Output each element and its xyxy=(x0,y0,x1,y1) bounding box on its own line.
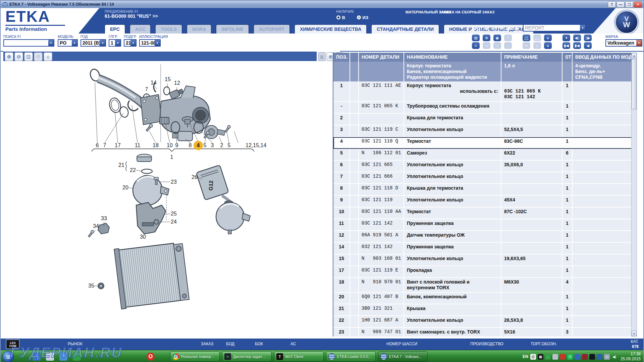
table-row-pos-9[interactable]: 903C 121 119Уплотнительное кольцо45X41 xyxy=(333,196,632,207)
chevron-down-icon[interactable]: ▼ xyxy=(48,40,54,46)
cart-button[interactable]: ⊎ xyxy=(544,42,552,49)
sub-group-select[interactable]: 21▼ xyxy=(124,39,137,47)
list-button[interactable]: ≡ xyxy=(472,42,480,49)
column-header-5[interactable]: ST xyxy=(562,53,573,62)
table-row-pos-17[interactable]: 1703C 121 119 EПрокладка1 xyxy=(333,266,632,278)
radio-icon[interactable] xyxy=(336,15,341,20)
table-row-pos-1[interactable]: 103C 121 111 AEКорпус термостатаиспользо… xyxy=(333,81,632,102)
tray-bell[interactable] xyxy=(552,354,558,360)
callout-5[interactable]: 5 xyxy=(204,142,207,148)
diagram-pane[interactable]: G12 714151267171118109845325 xyxy=(3,51,340,338)
callout-12[interactable]: 12 xyxy=(174,80,180,86)
zoom-area-button[interactable]: ⊡ xyxy=(24,52,33,61)
callout-26[interactable]: 26 xyxy=(192,174,198,180)
callout-34[interactable]: 34 xyxy=(93,223,99,229)
title-bar[interactable]: ETKA 7 - Volkswagen Ревизия 7.5 Обновлен… xyxy=(1,1,643,8)
column-header-6[interactable]: ВВОД ДАННЫХ ПО МОДЕЛИ xyxy=(573,53,632,62)
page-forward-button[interactable]: ▯▶ xyxy=(584,35,592,41)
tray-display[interactable]: ▭ xyxy=(604,354,610,360)
nav-first-button[interactable]: ▮◀ xyxy=(562,42,570,49)
chevron-down-icon[interactable]: ▼ xyxy=(580,25,585,31)
chevron-down-icon[interactable]: ▼ xyxy=(130,40,136,46)
restore-button[interactable]: ❐ xyxy=(625,1,633,8)
availability-option-ИЗ[interactable]: ИЗ xyxy=(357,14,368,20)
report-select[interactable]: REPORT▼ xyxy=(523,24,586,32)
callout-6[interactable]: 6 xyxy=(96,142,99,148)
chevron-down-icon[interactable]: ▼ xyxy=(72,40,77,46)
callout-2[interactable]: 2 xyxy=(220,142,223,148)
nav-back-button[interactable]: ◀ xyxy=(584,42,592,49)
callout-25[interactable]: 25 xyxy=(171,211,177,217)
callout-5[interactable]: 5 xyxy=(228,142,231,148)
main-group-select[interactable]: 1▼ xyxy=(109,39,121,47)
task-etka-loader[interactable]: ETKA Loader 0.5.0... xyxy=(326,351,376,362)
tray-opera[interactable]: O xyxy=(567,354,573,360)
table-row-pos-6[interactable]: 603C 121 665Уплотнительное кольцо35,0X6,… xyxy=(333,161,632,172)
chevron-down-icon[interactable]: ▼ xyxy=(100,40,105,46)
callout-18[interactable]: 18 xyxy=(153,142,159,148)
tray-red[interactable] xyxy=(560,354,566,360)
callout-7[interactable]: 7 xyxy=(103,142,106,148)
callout-35[interactable]: 35 xyxy=(88,283,94,289)
pin-button[interactable]: ✦ xyxy=(562,35,570,41)
chevron-down-icon[interactable]: ▼ xyxy=(155,40,160,46)
brand-select[interactable]: Volkswagen ▼ xyxy=(605,39,642,47)
callout-8[interactable]: 8 xyxy=(189,142,192,148)
search-parts-button[interactable]: ◉ xyxy=(493,35,501,41)
zoom-search-button[interactable]: ○ xyxy=(44,52,52,61)
callout-10[interactable]: 10 xyxy=(167,142,173,148)
tray-volume[interactable]: ◀) xyxy=(611,354,617,360)
availability-option-В[interactable]: В xyxy=(336,14,345,20)
callout-30[interactable]: 30 xyxy=(140,234,146,240)
column-header-1[interactable] xyxy=(350,53,359,62)
callout-15[interactable]: 15 xyxy=(165,76,171,82)
assistant-button[interactable]: ⊛ xyxy=(483,35,490,41)
zoom-out-button[interactable]: ⊖ xyxy=(14,52,23,61)
model-select[interactable]: PO▼ xyxy=(58,39,78,47)
callout-21[interactable]: 21 xyxy=(118,162,124,168)
table-row-pos-10[interactable]: 1003C 121 110 AAТермостат87C -102C1 xyxy=(333,207,632,219)
tray-mail[interactable]: @ xyxy=(530,354,536,360)
minimize-button[interactable]: — xyxy=(616,1,625,8)
table-row-pos-3[interactable]: 303C 121 119 CУплотнительное кольцо52,5X… xyxy=(333,125,632,137)
zoom-in-button[interactable]: ⊕ xyxy=(5,52,13,61)
callout-1[interactable]: 1 xyxy=(170,154,173,160)
tray-blue[interactable] xyxy=(597,354,602,360)
assembly-order-link[interactable]: ЗАЯВКА НА СБОРНЫЙ ЗАКАЗ xyxy=(439,10,494,14)
tray-shield[interactable] xyxy=(575,354,580,360)
task-etka7[interactable]: ETKA 7 - Volkswa... xyxy=(378,351,428,362)
column-header-0[interactable]: ПОЗ. xyxy=(333,53,350,62)
offer-value[interactable]: 61-BG000 001 "RUS" >> xyxy=(105,13,158,19)
table-row-pos-7[interactable]: 703C 121 666Уплотнительное кольцо1 xyxy=(333,172,632,184)
table-row-pos-23[interactable]: 23N 909 747 01Винт самонарез. с внутр. T… xyxy=(333,328,632,337)
callout-33[interactable]: 33 xyxy=(101,216,107,221)
tray-flag[interactable]: ▩ xyxy=(538,354,543,360)
nav-prev-button[interactable]: ▮◀ xyxy=(573,42,581,49)
column-header-4[interactable]: ПРИМЕЧАНИЕ xyxy=(501,53,562,62)
table-row-pos-21[interactable]: 213B0 121 321Крышка1 xyxy=(333,304,632,316)
tab-химические-вещества[interactable]: ХИМИЧЕСКИЕ ВЕЩЕСТВА xyxy=(294,24,367,34)
search-fi-select[interactable]: ▼ xyxy=(3,39,54,47)
language-indicator[interactable]: EN xyxy=(523,354,528,359)
radio-icon[interactable] xyxy=(357,15,361,20)
print-button[interactable]: ▤ xyxy=(472,35,480,41)
callout-22[interactable]: 22 xyxy=(130,167,136,173)
callout-4[interactable]: 4 xyxy=(197,142,200,148)
table-row-pos-8[interactable]: 803C 121 118 DКрышка для термостата1 xyxy=(333,184,632,196)
callout-9[interactable]: 9 xyxy=(175,142,178,148)
callout-12,15,14[interactable]: 12,15,14 xyxy=(246,142,266,148)
view-thumbs-button[interactable]: ▦ xyxy=(318,52,326,61)
table-row-pos-11[interactable]: 1103C 121 142Пружинная защелка1 xyxy=(333,219,632,231)
table-row-pos-5[interactable]: 5N 106 112 01Саморез6X226 xyxy=(333,149,632,161)
scrollbar-thumb[interactable] xyxy=(632,59,637,109)
table-row-pos-12[interactable]: 1206A 919 501 AДатчик температуры ОЖ1 xyxy=(333,231,632,243)
callout-23[interactable]: 23 xyxy=(171,179,177,185)
tray-update[interactable]: ↓ xyxy=(545,354,551,360)
task-wot[interactable]: TWoT Client xyxy=(274,351,324,362)
close-button[interactable]: ✕ xyxy=(634,1,642,8)
column-header-3[interactable]: НАИМЕНОВАНИЕ xyxy=(404,53,501,62)
clock[interactable]: 17:38 25.09.2015 xyxy=(621,352,641,362)
table-row-pos-22[interactable]: 221H0 121 687 AУплотнительное кольцо28,5… xyxy=(333,316,632,328)
callout-24[interactable]: 24 xyxy=(171,219,177,225)
illustration-select[interactable]: 121-082▼ xyxy=(139,39,161,47)
